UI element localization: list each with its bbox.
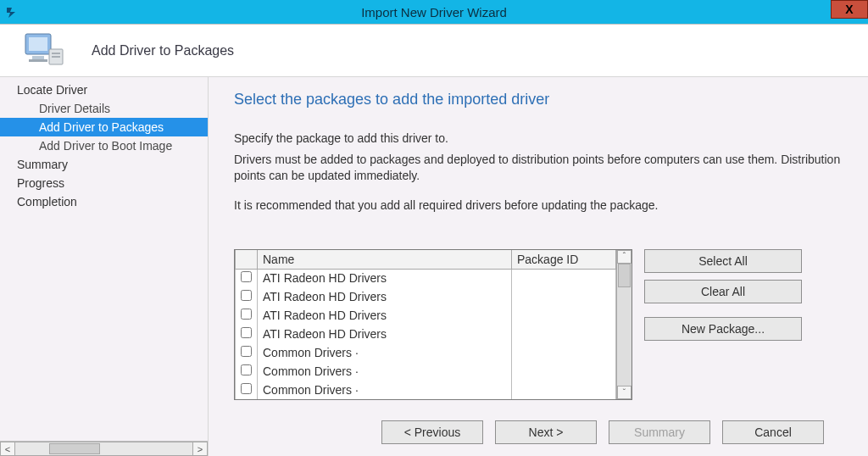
nav-scroll-right[interactable]: > (192, 442, 208, 456)
row-checkbox[interactable] (241, 309, 252, 320)
packages-table-wrap: Name Package ID ATI Radeon HD DriversATI… (234, 249, 632, 401)
table-row[interactable]: ATI Radeon HD Drivers (236, 306, 616, 325)
banner: Add Driver to Packages (0, 25, 868, 77)
table-row[interactable]: ATI Radeon HD Drivers (236, 269, 616, 287)
instruction-1: Specify the package to add this driver t… (234, 131, 846, 147)
row-name: ATI Radeon HD Drivers (258, 325, 512, 343)
row-package-id (512, 287, 616, 306)
select-all-button[interactable]: Select All (644, 249, 802, 273)
summary-button[interactable]: Summary (609, 420, 710, 444)
svg-rect-5 (52, 53, 60, 54)
row-checkbox[interactable] (241, 290, 252, 301)
banner-title: Add Driver to Packages (92, 43, 234, 58)
svg-rect-6 (52, 56, 60, 58)
instruction-2: Drivers must be added to packages and de… (234, 152, 846, 184)
table-scroll-track[interactable] (617, 264, 632, 386)
nav-item[interactable]: Summary (0, 155, 208, 174)
nav-item[interactable]: Add Driver to Packages (0, 118, 208, 136)
row-name: Common Drivers · (258, 343, 512, 362)
row-checkbox[interactable] (241, 327, 252, 338)
svg-rect-1 (29, 37, 47, 51)
computer-icon (24, 32, 64, 70)
row-checkbox[interactable] (241, 271, 252, 282)
row-checkbox[interactable] (241, 383, 252, 394)
content-pane: Select the packages to add the imported … (209, 77, 868, 456)
row-name: ATI Radeon HD Drivers (258, 287, 512, 306)
row-package-id (512, 362, 616, 381)
row-package-id (512, 343, 616, 362)
new-package-button[interactable]: New Package... (644, 317, 802, 341)
table-vscrollbar[interactable]: ˆ ˇ (616, 250, 632, 400)
row-name: ATI Radeon HD Drivers (258, 306, 512, 325)
svg-rect-2 (32, 56, 44, 59)
nav-item[interactable]: Locate Driver (0, 81, 208, 99)
side-buttons: Select All Clear All New Package... (644, 249, 802, 341)
table-scroll-thumb[interactable] (618, 264, 631, 287)
row-name: ATI Radeon HD Drivers (258, 269, 512, 287)
column-package-id[interactable]: Package ID (512, 250, 616, 270)
nav-item[interactable]: Driver Details (0, 99, 208, 118)
nav-item[interactable]: Completion (0, 192, 208, 211)
window-title: Import New Driver Wizard (0, 5, 868, 19)
footer-buttons: < Previous Next > Summary Cancel (234, 409, 846, 456)
column-checkbox[interactable] (236, 250, 258, 270)
nav-item[interactable]: Progress (0, 174, 208, 192)
row-package-id (512, 306, 616, 325)
svg-rect-3 (29, 59, 47, 62)
table-row[interactable]: Common Drivers · (236, 343, 616, 362)
packages-table: Name Package ID ATI Radeon HD DriversATI… (235, 250, 616, 400)
previous-button[interactable]: < Previous (381, 420, 483, 444)
table-row[interactable]: Common Drivers · (236, 381, 616, 399)
table-row[interactable]: ATI Radeon HD Drivers (236, 287, 616, 306)
instruction-3: It is recommended that you add all requi… (234, 197, 846, 214)
close-button[interactable]: X (831, 0, 868, 19)
scroll-down-button[interactable]: ˇ (617, 386, 632, 399)
next-button[interactable]: Next > (495, 420, 597, 444)
nav-scroll-left[interactable]: < (0, 442, 15, 456)
nav-sidebar: Locate DriverDriver DetailsAdd Driver to… (0, 77, 209, 456)
clear-all-button[interactable]: Clear All (644, 280, 802, 303)
nav-list: Locate DriverDriver DetailsAdd Driver to… (0, 77, 208, 441)
row-checkbox[interactable] (241, 346, 252, 357)
nav-scroll-thumb[interactable] (49, 443, 100, 454)
wizard-body: Add Driver to Packages Locate DriverDriv… (0, 24, 868, 456)
nav-item[interactable]: Add Driver to Boot Image (0, 136, 208, 155)
scroll-up-button[interactable]: ˆ (617, 250, 632, 264)
row-checkbox[interactable] (241, 364, 252, 375)
table-row[interactable]: Common Drivers · (236, 362, 616, 381)
page-heading: Select the packages to add the imported … (234, 91, 846, 108)
row-package-id (512, 381, 616, 399)
row-name: Common Drivers · (258, 381, 512, 399)
row-package-id (512, 325, 616, 343)
titlebar: Import New Driver Wizard X (0, 0, 868, 24)
table-row[interactable]: ATI Radeon HD Drivers (236, 325, 616, 343)
row-name: Common Drivers · (258, 362, 512, 381)
column-name[interactable]: Name (258, 250, 512, 270)
cancel-button[interactable]: Cancel (722, 420, 824, 444)
nav-hscrollbar[interactable]: < > (0, 441, 208, 456)
row-package-id (512, 269, 616, 287)
nav-scroll-track[interactable] (15, 442, 192, 456)
close-icon: X (845, 3, 853, 15)
